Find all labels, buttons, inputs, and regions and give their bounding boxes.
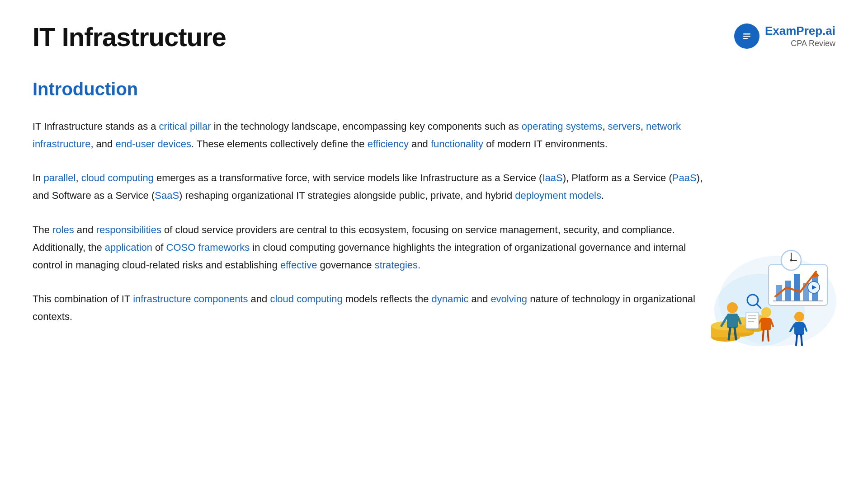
logo-text-wrapper: ExamPrep.ai CPA Review <box>765 24 835 48</box>
link-application[interactable]: application <box>105 242 152 253</box>
paragraph-1: IT Infrastructure stands as a critical p… <box>33 117 711 153</box>
examprep-logo-icon <box>734 23 760 49</box>
svg-rect-18 <box>794 274 800 301</box>
link-critical-pillar[interactable]: critical pillar <box>159 121 211 132</box>
svg-rect-36 <box>761 318 771 330</box>
link-paas[interactable]: PaaS <box>672 172 697 183</box>
content-area: IT Infrastructure stands as a critical p… <box>33 117 711 325</box>
logo-brand: ExamPrep.ai <box>765 24 835 38</box>
svg-line-34 <box>735 328 736 339</box>
link-iaas[interactable]: IaaS <box>542 172 562 183</box>
link-efficiency[interactable]: efficiency <box>368 138 409 150</box>
svg-rect-1 <box>743 33 750 35</box>
paragraph-2: In parallel, cloud computing emerges as … <box>33 169 711 204</box>
link-effective[interactable]: effective <box>280 259 317 271</box>
svg-rect-2 <box>743 36 750 37</box>
link-dynamic[interactable]: dynamic <box>432 293 469 305</box>
svg-point-35 <box>761 307 771 317</box>
link-cloud-computing-2[interactable]: cloud computing <box>270 293 342 305</box>
svg-rect-3 <box>743 38 748 39</box>
page-title: IT Infrastructure <box>33 22 226 52</box>
link-strategies[interactable]: strategies <box>375 259 418 271</box>
logo-subtitle: CPA Review <box>765 39 835 48</box>
link-parallel[interactable]: parallel <box>43 172 75 183</box>
illustration-area <box>687 238 841 355</box>
link-functionality[interactable]: functionality <box>431 138 483 150</box>
svg-rect-17 <box>785 281 791 301</box>
svg-rect-42 <box>794 322 804 335</box>
link-responsibilities[interactable]: responsibilities <box>96 224 161 235</box>
link-cloud-computing-1[interactable]: cloud computing <box>81 172 154 183</box>
link-saas[interactable]: SaaS <box>155 190 179 201</box>
svg-point-41 <box>794 312 804 322</box>
svg-line-40 <box>768 330 769 341</box>
link-infrastructure-components[interactable]: infrastructure components <box>133 293 248 305</box>
page-container: IT Infrastructure ExamPrep.ai CPA Review… <box>0 0 868 369</box>
svg-line-33 <box>729 328 730 339</box>
paragraph-3: The roles and responsibilities of cloud … <box>33 221 711 274</box>
svg-line-45 <box>796 335 797 345</box>
svg-point-29 <box>727 302 738 313</box>
link-operating-systems[interactable]: operating systems <box>522 121 603 132</box>
svg-rect-47 <box>746 312 759 328</box>
section-title: Introduction <box>33 79 835 99</box>
header-bar: IT Infrastructure ExamPrep.ai CPA Review <box>33 22 835 52</box>
link-coso-frameworks[interactable]: COSO frameworks <box>166 242 250 253</box>
link-deployment-models[interactable]: deployment models <box>515 190 601 201</box>
paragraph-4: This combination of IT infrastructure co… <box>33 290 711 325</box>
svg-line-46 <box>801 335 802 345</box>
link-end-user-devices[interactable]: end-user devices <box>115 138 191 150</box>
link-servers[interactable]: servers <box>608 121 641 132</box>
link-evolving[interactable]: evolving <box>491 293 527 305</box>
illustration-svg <box>687 238 841 355</box>
svg-rect-30 <box>727 314 738 328</box>
svg-line-39 <box>763 330 764 341</box>
logo-area: ExamPrep.ai CPA Review <box>734 23 835 49</box>
link-roles[interactable]: roles <box>52 224 74 235</box>
